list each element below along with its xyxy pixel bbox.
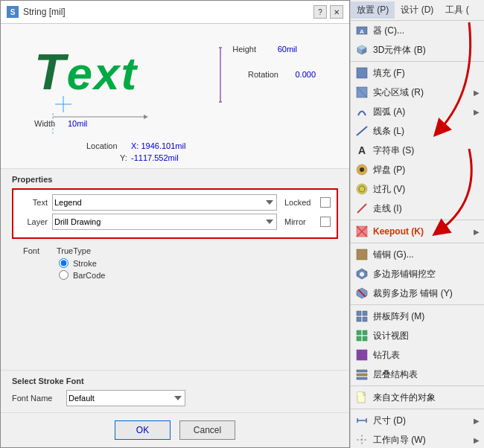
fill-icon [355, 66, 369, 80]
properties-label: Properties [12, 175, 338, 184]
svg-rect-41 [357, 374, 367, 376]
dialog-titlebar: S String [mil] ? ✕ [1, 1, 349, 24]
cube-icon [355, 43, 369, 57]
menu-item-string[interactable]: A 器 (C)... [351, 21, 484, 40]
menu-item-fill[interactable]: 填充 (F) [351, 63, 484, 83]
menu-item-via[interactable]: 过孔 (V) [351, 179, 484, 199]
menu-item-arc[interactable]: 圆弧 (A) ▶ [351, 102, 484, 121]
layer-select[interactable]: Drill Drawing [52, 214, 277, 230]
stroke-radio[interactable] [59, 258, 69, 268]
stroke-font-title: Select Stroke Font [12, 377, 338, 385]
locked-checkbox[interactable] [320, 197, 331, 208]
stroke-label: Stroke [73, 259, 97, 268]
sep-3 [351, 243, 484, 243]
menu-item-drill-table[interactable]: 钻孔表 [351, 345, 484, 365]
font-value: TrueType [57, 246, 91, 255]
menu-item-pad[interactable]: 焊盘 (P) [351, 160, 484, 179]
menu-label-layer-struct: 层叠结构表 [373, 368, 480, 381]
svg-text:A: A [360, 28, 364, 35]
dialog-controls: ? ✕ [313, 5, 343, 19]
menu-label-fill: 填充 (F) [373, 67, 480, 80]
menu-label-3d: 3D元件体 (B) [373, 44, 480, 57]
sep-2 [351, 220, 484, 220]
svg-rect-44 [357, 392, 363, 395]
y-label: Y: [120, 153, 127, 162]
text-icon: A [355, 24, 369, 37]
menu-item-layer-struct[interactable]: 层叠结构表 [351, 365, 484, 384]
menu-item-track[interactable]: 走线 (I) [351, 199, 484, 218]
menu-item-solid[interactable]: 实心区域 (R) ▶ [351, 83, 484, 102]
guide-icon [355, 433, 369, 447]
menu-label-dimension: 尺寸 (D) [373, 415, 469, 427]
question-button[interactable]: ? [313, 5, 327, 19]
solid-icon [355, 86, 369, 99]
menu-item-design-view[interactable]: 设计视图 [351, 326, 484, 345]
pad-icon [355, 163, 369, 176]
dialog-title-left: S String [mil] [7, 6, 66, 18]
menu-label-line: 线条 (L) [373, 125, 480, 138]
stroke-row: Stroke [23, 258, 327, 268]
menu-label-solid: 实心区域 (R) [373, 86, 469, 99]
menu-item-array[interactable]: 拼板阵列 (M) [351, 307, 484, 326]
arc-icon [355, 105, 369, 118]
menu-label-keepout: Keepout (K) [373, 226, 469, 237]
font-label: Font [23, 246, 49, 255]
mirror-checkbox[interactable] [320, 217, 331, 227]
svg-rect-33 [363, 330, 367, 335]
menu-item-dimension[interactable]: 尺寸 (D) ▶ [351, 411, 484, 430]
dialog-footer: OK Cancel [1, 412, 349, 447]
close-button[interactable]: ✕ [330, 5, 343, 19]
keepout-icon [355, 225, 369, 238]
svg-point-18 [357, 184, 367, 194]
menu-label-copper: 铺铜 (G)... [373, 249, 480, 261]
sep-6 [351, 409, 484, 409]
locked-label: Locked [284, 198, 316, 207]
menu-item-3d[interactable]: 3D元件体 (B) [351, 40, 484, 60]
location-x: X: 1946.101mil [131, 141, 185, 150]
barcode-radio[interactable] [59, 270, 69, 280]
menu-item-from-file[interactable]: 来自文件的对象 [351, 388, 484, 407]
svg-rect-35 [363, 336, 367, 341]
menu-item-line[interactable]: 线条 (L) [351, 121, 484, 141]
svg-rect-23 [357, 249, 367, 260]
menu-item-polygon-edit[interactable]: 裁剪多边形 铺铜 (Y) [351, 284, 484, 303]
svg-rect-32 [357, 330, 361, 335]
string-dialog: S String [mil] ? ✕ Text Height 60mil Rot… [0, 0, 350, 448]
menu-label-polygon-cutout: 多边形铺铜挖空 [373, 268, 480, 281]
menu-item-work-guide[interactable]: 工作向导 (W) ▶ [351, 430, 484, 448]
guide-arrow: ▶ [474, 436, 480, 444]
width-label: Width [34, 119, 55, 128]
menu-bar-tools[interactable]: 工具 ( [439, 1, 474, 19]
menu-item-copper[interactable]: 铺铜 (G)... [351, 245, 484, 264]
right-panel: 放置 (P) 设计 (D) 工具 ( A 器 (C)... 3D元件体 (B) … [350, 0, 484, 448]
font-section: Font TrueType Stroke BarCode [12, 243, 338, 285]
menu-label-pad: 焊盘 (P) [373, 164, 480, 176]
text-row: Text Legend Locked [19, 194, 331, 211]
menu-bar-place[interactable]: 放置 (P) [351, 1, 395, 19]
cancel-button[interactable]: Cancel [179, 420, 235, 440]
menu-bar: 放置 (P) 设计 (D) 工具 ( [351, 0, 484, 21]
svg-rect-12 [357, 68, 367, 78]
menu-item-polygon-cutout[interactable]: 多边形铺铜挖空 [351, 264, 484, 284]
copper-icon [355, 248, 369, 261]
sep-1 [351, 61, 484, 62]
menu-item-string2[interactable]: A 字符串 (S) [351, 141, 484, 160]
barcode-row: BarCode [23, 270, 327, 280]
mirror-container: Mirror [284, 217, 331, 227]
width-value: 10mil [68, 119, 87, 128]
dialog-icon: S [7, 6, 19, 18]
svg-rect-29 [363, 311, 367, 316]
arc-arrow: ▶ [474, 108, 480, 116]
menu-item-keepout[interactable]: Keepout (K) ▶ [351, 222, 484, 241]
properties-box: Text Legend Locked Layer Drill Drawing M… [12, 188, 338, 239]
text-select[interactable]: Legend [52, 194, 277, 211]
ok-button[interactable]: OK [115, 420, 171, 440]
height-label: Height [232, 45, 256, 54]
text-preview: Text [34, 46, 138, 97]
menu-label-array: 拼板阵列 (M) [373, 310, 480, 323]
menu-label-arc: 圆弧 (A) [373, 106, 469, 118]
font-name-select[interactable]: Default [66, 390, 185, 406]
menu-label-drill-table: 钻孔表 [373, 349, 480, 362]
menu-bar-design[interactable]: 设计 (D) [395, 1, 439, 19]
polygon-icon [355, 267, 369, 281]
